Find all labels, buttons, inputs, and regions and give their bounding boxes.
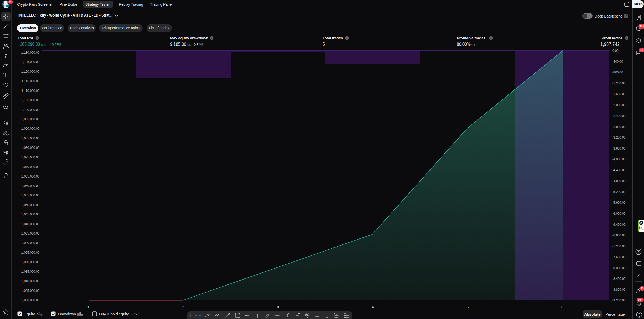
svg-text:11: 11 bbox=[9, 1, 12, 4]
